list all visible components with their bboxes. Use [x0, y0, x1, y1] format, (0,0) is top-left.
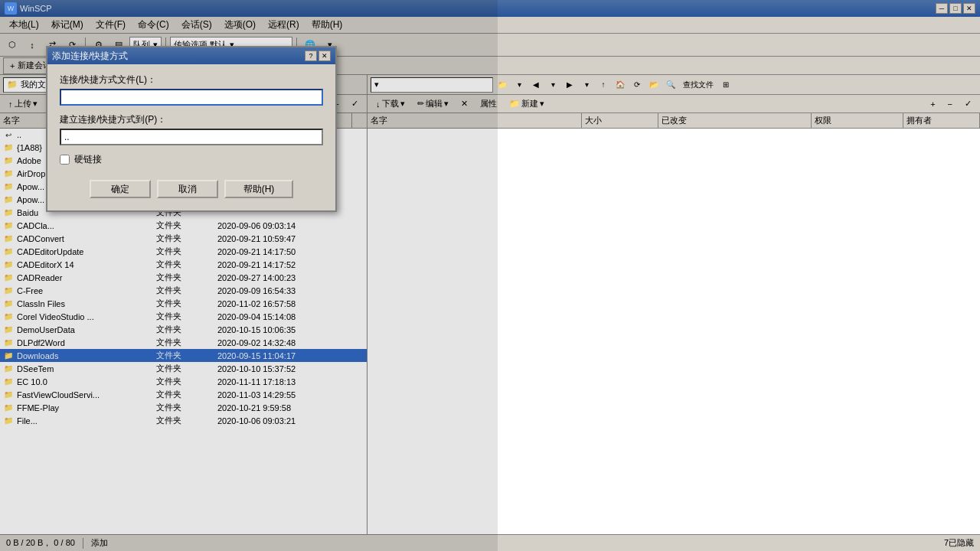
right-extra-btn[interactable]: ⊞ — [718, 77, 733, 93]
dialog-title: 添加连接/快捷方式 — [52, 50, 303, 63]
cancel-button[interactable]: 取消 — [157, 180, 218, 198]
right-up-btn[interactable]: ↑ — [596, 77, 611, 93]
help-button[interactable]: 帮助(H) — [224, 180, 293, 198]
link-target-row: 建立连接/快捷方式到(P)： — [60, 113, 323, 145]
dialog-help-icon[interactable]: ? — [305, 51, 317, 61]
right-fwd-dropdown[interactable]: ▾ — [579, 77, 594, 93]
minimize-button[interactable]: ─ — [936, 3, 948, 14]
right-back-btn[interactable]: ◀ — [528, 77, 544, 93]
link-file-input[interactable] — [60, 89, 323, 106]
maximize-button[interactable]: □ — [949, 3, 962, 14]
dialog-content: 连接/快捷方式文件(L)： 建立连接/快捷方式到(P)： 硬链接 确定 取消 帮… — [47, 64, 335, 210]
new-icon-right: 📁 — [509, 99, 520, 109]
right-header-perm[interactable]: 权限 — [812, 113, 903, 128]
hidden-count: 7已隐藏 — [944, 537, 974, 549]
dialog-close-btn[interactable]: ✕ — [318, 51, 331, 61]
dialog-titlebar: 添加连接/快捷方式 ? ✕ — [47, 47, 335, 64]
dialog-buttons: 确定 取消 帮助(H) — [60, 174, 323, 201]
hardlink-checkbox[interactable] — [60, 155, 70, 165]
close-button[interactable]: ✕ — [963, 3, 975, 14]
right-header-date[interactable]: 已改变 — [658, 113, 812, 128]
hardlink-label: 硬链接 — [74, 153, 102, 166]
link-file-row: 连接/快捷方式文件(L)： — [60, 73, 323, 106]
right-home-btn[interactable]: 🏠 — [612, 77, 628, 93]
link-file-label: 连接/快捷方式文件(L)： — [60, 73, 323, 86]
collapse-btn-right[interactable]: − — [942, 96, 958, 112]
check-btn-right[interactable]: ✓ — [959, 96, 977, 112]
hardlink-row: 硬链接 — [60, 153, 323, 166]
add-link-dialog: 添加连接/快捷方式 ? ✕ 连接/快捷方式文件(L)： 建立连接/快捷方式到(P… — [46, 46, 337, 212]
right-header-owner[interactable]: 拥有者 — [903, 113, 980, 128]
right-fwd-btn[interactable]: ▶ — [562, 77, 577, 93]
right-back-dropdown[interactable]: ▾ — [545, 77, 560, 93]
link-target-label: 建立连接/快捷方式到(P)： — [60, 113, 323, 126]
right-search-label[interactable]: 查找文件 — [680, 77, 717, 93]
right-search-btn[interactable]: 🔍 — [663, 77, 678, 93]
right-new-folder-btn[interactable]: 📂 — [646, 77, 662, 93]
right-dropdown-btn[interactable]: ▾ — [511, 77, 527, 93]
expand-btn-right[interactable]: + — [925, 96, 940, 112]
new-button-right[interactable]: 📁 新建 ▾ — [504, 96, 550, 112]
right-header-size[interactable]: 大小 — [582, 113, 658, 128]
ok-button[interactable]: 确定 — [90, 180, 151, 198]
link-target-input[interactable] — [60, 129, 323, 145]
right-refresh-btn[interactable]: ⟳ — [629, 77, 645, 93]
